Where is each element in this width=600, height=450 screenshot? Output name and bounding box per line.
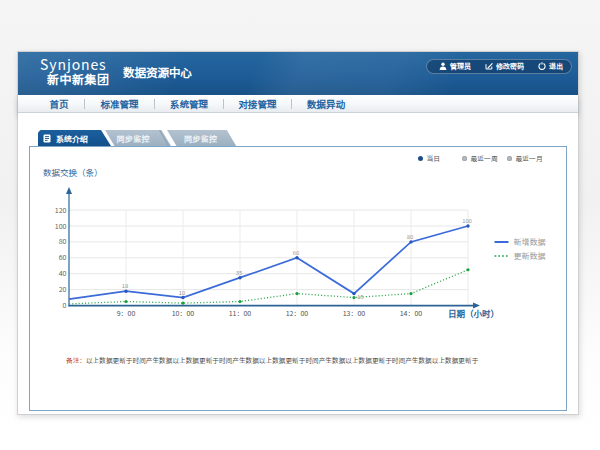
data-point bbox=[352, 296, 355, 299]
data-point bbox=[238, 300, 241, 303]
series-line-dotted bbox=[69, 270, 468, 304]
data-point bbox=[352, 292, 355, 295]
tab-sync-monitor-1[interactable]: 同步监控 bbox=[105, 130, 171, 146]
x-axis-title: 日期（小时） bbox=[448, 307, 499, 319]
user-icon bbox=[439, 62, 447, 70]
tab-bar: 系统介绍 同步监控 同步监控 bbox=[18, 130, 578, 146]
main-nav: 首页标准管理系统管理对接管理数据异动 bbox=[18, 95, 578, 113]
x-tick-label: 14：00 bbox=[400, 308, 423, 318]
point-label: 60 bbox=[293, 248, 299, 257]
app-header: Synjones 新中新集团 数据资源中心 管理员 修改密码 退出 bbox=[18, 52, 578, 95]
user-name: 管理员 bbox=[450, 61, 471, 71]
y-tick-label: 0 bbox=[63, 300, 67, 310]
period-option-label: 最近一月 bbox=[516, 153, 543, 163]
data-point bbox=[181, 302, 184, 305]
nav-item-3[interactable]: 对接管理 bbox=[224, 97, 291, 111]
period-option-label: 最近一周 bbox=[471, 153, 498, 163]
radio-icon bbox=[462, 156, 467, 161]
footnote: 备注：以上数据更新于时间产生数据以上数据更新于时间产生数据以上数据更新于时间产生… bbox=[66, 355, 478, 365]
point-label: 80 bbox=[407, 232, 413, 241]
app-window: Synjones 新中新集团 数据资源中心 管理员 修改密码 退出 首页标准管理… bbox=[17, 51, 579, 415]
nav-item-4[interactable]: 数据异动 bbox=[292, 97, 360, 111]
tab-system-intro[interactable]: 系统介绍 bbox=[38, 130, 112, 146]
x-tick-label: 9：00 bbox=[117, 308, 136, 318]
change-password-label: 修改密码 bbox=[496, 61, 524, 71]
period-filter: 当日最近一周最近一月 bbox=[30, 153, 566, 164]
data-point bbox=[409, 292, 412, 295]
y-tick-label: 100 bbox=[55, 221, 67, 231]
y-axis-arrow-icon bbox=[66, 187, 72, 194]
content-area: 系统介绍 同步监控 同步监控 0204060801001209：0010：001… bbox=[18, 113, 578, 414]
y-tick-label: 120 bbox=[55, 205, 67, 215]
data-point bbox=[295, 292, 298, 295]
y-tick-label: 80 bbox=[59, 236, 67, 246]
radio-selected-icon bbox=[418, 156, 423, 161]
period-option-1[interactable]: 最近一周 bbox=[462, 153, 498, 163]
x-tick-label: 13：00 bbox=[343, 308, 366, 318]
edit-icon bbox=[485, 62, 493, 70]
nav-item-0[interactable]: 首页 bbox=[18, 97, 84, 111]
tab-label: 同步监控 bbox=[105, 133, 162, 144]
nav-item-2[interactable]: 系统管理 bbox=[155, 97, 223, 111]
nav-item-1[interactable]: 标准管理 bbox=[85, 97, 154, 111]
tab-sync-monitor-2[interactable]: 同步监控 bbox=[167, 130, 236, 146]
user-menu[interactable]: 管理员 bbox=[439, 61, 471, 71]
page-title: 数据资源中心 bbox=[123, 67, 192, 79]
line-chart: 0204060801001209：0010：0011：0012：0013：001… bbox=[30, 147, 568, 412]
period-option-label: 当日 bbox=[427, 153, 441, 163]
logout-label: 退出 bbox=[549, 61, 563, 71]
brand-logo-text: Synjones bbox=[40, 58, 110, 70]
logout-button[interactable]: 退出 bbox=[538, 61, 563, 71]
data-point bbox=[466, 268, 469, 271]
brand-name: 新中新集团 bbox=[47, 73, 110, 85]
period-option-0[interactable]: 当日 bbox=[418, 153, 440, 163]
y-tick-label: 60 bbox=[59, 252, 67, 262]
period-option-2[interactable]: 最近一月 bbox=[507, 153, 543, 163]
tab-label: 系统介绍 bbox=[50, 133, 94, 144]
point-label: 35 bbox=[236, 268, 242, 277]
point-label: 18 bbox=[122, 281, 128, 290]
user-toolbar: 管理员 修改密码 退出 bbox=[426, 59, 572, 74]
y-axis-title: 数据交换（条） bbox=[43, 166, 103, 178]
change-password-button[interactable]: 修改密码 bbox=[485, 61, 524, 71]
legend-label[interactable]: 新增数据 bbox=[514, 236, 546, 247]
brand-logo: Synjones 新中新集团 bbox=[40, 58, 110, 85]
y-tick-label: 40 bbox=[59, 268, 67, 278]
x-tick-label: 12：00 bbox=[286, 308, 309, 318]
radio-icon bbox=[507, 156, 512, 161]
power-icon bbox=[538, 62, 546, 70]
chart-panel: 0204060801001209：0010：0011：0012：0013：001… bbox=[29, 146, 567, 411]
x-tick-label: 10：00 bbox=[172, 308, 195, 318]
tab-label: 同步监控 bbox=[171, 133, 231, 144]
legend-label[interactable]: 更新数据 bbox=[514, 250, 546, 261]
x-tick-label: 11：00 bbox=[229, 308, 252, 318]
point-label: 100 bbox=[462, 216, 472, 225]
y-tick-label: 20 bbox=[59, 284, 67, 294]
point-label: 10 bbox=[179, 288, 185, 297]
data-point bbox=[124, 300, 127, 303]
footnote-text: 以上数据更新于时间产生数据以上数据更新于时间产生数据以上数据更新于时间产生数据以… bbox=[86, 355, 478, 365]
footnote-prefix: 备注： bbox=[66, 355, 86, 365]
